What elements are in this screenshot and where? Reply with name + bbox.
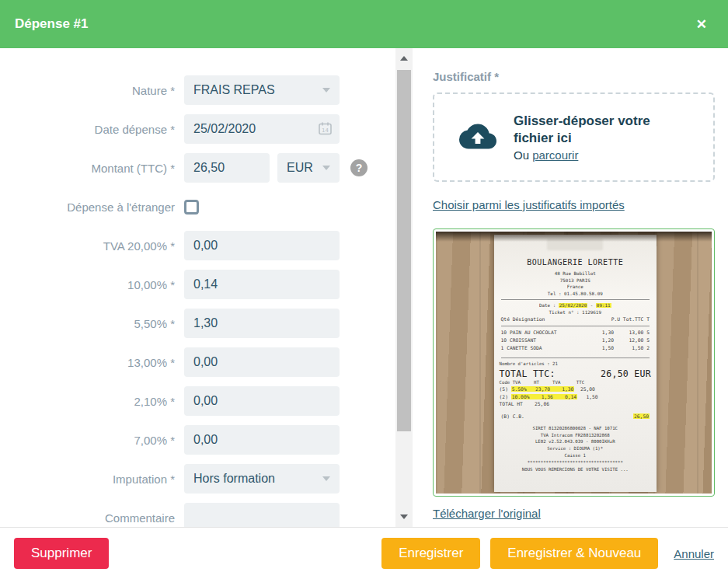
receipt-siret: SIRET 81320286800028 - NAF 1071C [500,425,651,432]
field-row-tva20: TVA 20,00% * [0,231,395,260]
currency-select[interactable]: EUR [277,153,340,183]
chevron-down-icon [322,88,330,92]
choose-imported-link[interactable]: Choisir parmi les justificatifs importés [433,198,625,211]
field-row-tva7: 7,00% * [0,425,395,455]
browse-link[interactable]: parcourir [532,148,578,162]
receipt-photo: BOULANGERIE LORETTE 48 Rue Bobillot 7501… [436,232,712,494]
receipt-columns-header: Qté DésignationP.U Tot.TTC T [500,316,651,323]
imputation-select[interactable]: Hors formation [184,464,340,494]
receipt-software: LE02 v2.52.043.039 - 8000IKHzR [500,438,651,445]
receipt-tva-header: Code TVA HT TVA TTC [500,379,651,386]
receipt-date-highlight: 25/02/2020 [559,303,587,308]
receipt-item-row: 10 CROISSANT1,2012,00 5 [500,337,651,344]
imputation-value: Hors formation [193,472,275,486]
scroll-up-icon[interactable] [395,51,413,65]
receipt-tva-intracom: TVA Intracom FR28813202868 [500,432,651,439]
help-icon[interactable]: ? [350,159,367,176]
nature-select[interactable]: FRAIS REPAS [184,75,340,105]
scrollbar-thumb[interactable] [397,70,411,431]
field-row-tva55: 5,50% * [0,309,395,338]
receipt-time-highlight: 09:11 [596,303,611,308]
dropzone-text-line1: Glisser-déposer votre [514,113,650,128]
receipt-item-row: 1 CANETTE SODA1,501,50 2 [500,344,651,352]
receipt-register: Caisse 1 [500,452,651,459]
download-original-link[interactable]: Télécharger l'original [433,507,541,520]
receipt-thumbnail[interactable]: BOULANGERIE LORETTE 48 Rue Bobillot 7501… [433,228,715,497]
field-row-imputation: Imputation * Hors formation [0,464,395,494]
expense-form: Nature * FRAIS REPAS Date dépense * [0,48,395,527]
receipt-ticket-number: Ticket n° : 1129619 [500,309,651,316]
nature-value: FRAIS REPAS [193,83,275,97]
imputation-label: Imputation * [0,473,184,486]
receipt-blurred-header [547,239,603,250]
save-and-new-button[interactable]: Enregistrer & Nouveau [490,538,658,569]
receipt-paper: BOULANGERIE LORETTE 48 Rue Bobillot 7501… [494,235,657,492]
receipt-service: Service : DIOUMA (1)* [500,445,651,452]
vertical-scrollbar[interactable] [395,48,413,527]
nature-label: Nature * [0,84,184,97]
montant-label: Montant (TTC) * [0,162,184,175]
receipt-store-name: BOULANGERIE LORETTE [500,258,651,267]
receipt-tva-row: (5) 5.50% 23,70 1,30 25,00 [500,385,651,392]
cancel-link[interactable]: Annuler [674,547,714,560]
commentaire-input[interactable] [184,503,340,527]
expense-modal: Dépense #1 ✕ Nature * FRAIS REPAS Date d… [0,0,728,579]
tva13-label: 13,00% * [0,356,184,369]
field-row-etranger: Dépense à l'étranger [0,192,395,221]
chevron-down-icon [322,166,330,170]
receipt-date-line: Date : 25/02/2020 - 09:11 [500,302,651,309]
tva20-label: TVA 20,00% * [0,239,184,253]
montant-input[interactable] [184,153,270,183]
receipt-address: 48 Rue Bobillot [500,270,651,277]
dropzone-text-line2: fichier ici [514,131,572,145]
field-row-tva10: 10,00% * [0,270,395,299]
receipt-total-ht: TOTAL HT 25,06 [500,400,651,407]
receipt-tva-highlight: 5.50% 23,70 1,30 [511,386,575,392]
receipt-item-row: 10 PAIN AU CHOCOLAT1,3013,00 5 [500,329,651,337]
receipt-city: 75013 PARIS [500,277,651,284]
receipt-tva-row: (2) 10.00% 1,36 0,14 1,50 [500,393,651,400]
receipt-payment-line: (B) C.B.26,50 [501,413,650,419]
tva55-input[interactable] [184,309,340,338]
field-row-commentaire: Commentaire [0,503,395,527]
receipt-separator: ************************************ [500,459,651,466]
field-row-tva13: 13,00% * [0,347,395,377]
upload-cloud-icon [459,121,496,153]
field-row-montant: Montant (TTC) * EUR ? [0,153,395,183]
receipt-thanks: NOUS VOUS REMERCIONS DE VOTRE VISITE ... [500,466,651,473]
tva20-input[interactable] [184,231,340,260]
modal-header: Dépense #1 ✕ [0,0,728,48]
delete-button[interactable]: Supprimer [14,538,109,569]
scroll-down-icon[interactable] [395,510,413,524]
justificatif-label: Justificatif * [433,70,715,83]
dropzone-or-text: Ou [514,148,532,162]
file-dropzone[interactable]: Glisser-déposer votre fichier ici Ou par… [433,92,715,182]
commentaire-label: Commentaire [0,511,184,525]
tva7-input[interactable] [184,425,340,455]
tva21-input[interactable] [184,386,340,416]
tva10-input[interactable] [184,270,340,299]
field-row-date: Date dépense * 14 [0,114,395,144]
receipt-amount-highlight: 26,50 [633,413,650,419]
close-icon[interactable]: ✕ [690,13,713,36]
field-row-nature: Nature * FRAIS REPAS [0,75,395,105]
tva21-label: 2,10% * [0,395,184,408]
justificatif-panel: Justificatif * Glisser-déposer votre fic… [413,48,728,527]
save-button[interactable]: Enregistrer [381,538,480,569]
etranger-checkbox[interactable] [184,200,199,215]
date-label: Date dépense * [0,123,184,136]
modal-body: Nature * FRAIS REPAS Date dépense * [0,48,728,527]
tva55-label: 5,50% * [0,317,184,330]
chevron-down-icon [322,476,330,481]
date-input[interactable] [184,114,340,144]
receipt-article-count: Nombre d'articles : 21 [500,361,651,368]
currency-value: EUR [287,161,313,175]
tva13-input[interactable] [184,347,340,377]
receipt-total-line: TOTAL TTC:26,50 EUR [500,368,651,379]
receipt-country: France [500,284,651,291]
tva7-label: 7,00% * [0,434,184,447]
etranger-label: Dépense à l'étranger [0,201,184,214]
tva10-label: 10,00% * [0,278,184,291]
modal-footer: Supprimer Enregistrer Enregistrer & Nouv… [0,527,728,579]
receipt-tva-highlight: 10.00% 1,36 0,14 [511,394,577,399]
